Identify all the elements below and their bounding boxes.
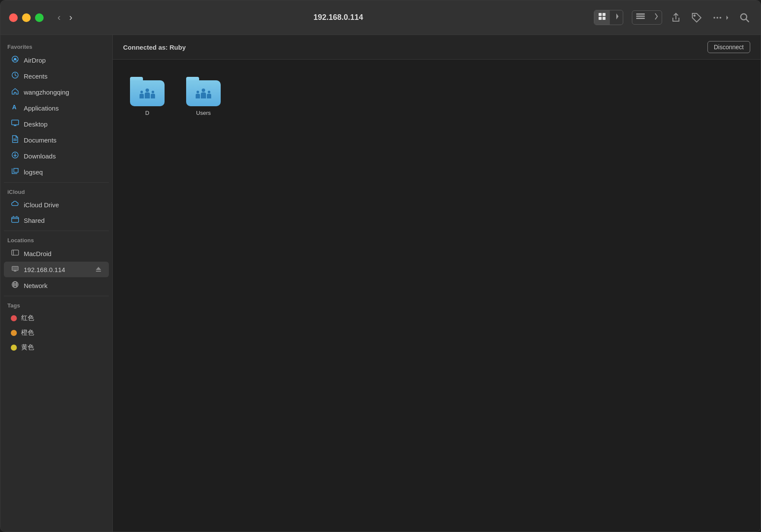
sidebar-item-tag-red[interactable]: 红色 [4, 311, 109, 325]
recents-label: Recents [24, 73, 48, 80]
titlebar: ‹ › 192.168.0.114 [0, 0, 761, 35]
icloud-icon [11, 200, 19, 209]
forward-button[interactable]: › [66, 10, 76, 25]
svg-rect-4 [636, 13, 645, 15]
window-title: 192.168.0.114 [83, 13, 594, 22]
maximize-button[interactable] [35, 13, 44, 22]
network-ip-label: 192.168.0.114 [24, 266, 65, 273]
recents-icon [11, 71, 19, 81]
yellow-tag-dot [11, 345, 17, 351]
folder-d-icon [130, 77, 165, 106]
tag-icon[interactable] [690, 11, 704, 25]
more-icon[interactable] [710, 11, 730, 25]
sidebar-item-network-ip[interactable]: 192.168.0.114 [4, 262, 109, 277]
finder-window: ‹ › 192.168.0.114 [0, 0, 761, 532]
chevron-view-button[interactable] [610, 11, 623, 24]
list-view-controls [632, 10, 662, 25]
icloud-header: iCloud [0, 185, 112, 197]
grid-view-button[interactable] [594, 10, 610, 25]
folder-users-group [140, 89, 155, 98]
locations-header: Locations [0, 234, 112, 245]
folder-users-group-2 [196, 89, 211, 98]
network-ip-icon [11, 265, 19, 274]
sidebar-item-tag-yellow[interactable]: 黄色 [4, 340, 109, 355]
red-tag-dot [11, 315, 17, 321]
applications-label: Applications [24, 104, 59, 112]
svg-rect-17 [12, 120, 19, 125]
downloads-icon [11, 151, 19, 161]
sidebar-item-documents[interactable]: Documents [4, 132, 109, 148]
macdroid-icon [11, 249, 19, 258]
downloads-label: Downloads [24, 152, 56, 160]
sidebar-item-logseq[interactable]: logseq [4, 164, 109, 180]
list-view-button[interactable] [632, 11, 649, 24]
documents-label: Documents [24, 136, 57, 144]
home-icon [11, 87, 19, 97]
yellow-tag-label: 黄色 [21, 343, 34, 352]
documents-icon [11, 135, 19, 145]
minimize-button[interactable] [22, 13, 31, 22]
orange-tag-dot [11, 330, 17, 336]
close-button[interactable] [9, 13, 18, 22]
search-icon[interactable] [737, 10, 752, 25]
list-chevron-button[interactable] [649, 11, 662, 24]
view-controls [594, 10, 623, 25]
icloud-drive-label: iCloud Drive [24, 201, 59, 209]
separator-2 [4, 231, 109, 231]
sidebar-item-network[interactable]: Network [4, 278, 109, 293]
macdroid-label: MacDroid [24, 250, 51, 257]
connection-text: Connected as: Ruby [123, 44, 186, 51]
sidebar-item-tag-orange[interactable]: 橙色 [4, 326, 109, 340]
folder-item-users[interactable]: Users [182, 73, 225, 120]
svg-line-12 [746, 19, 749, 22]
applications-icon: A [11, 103, 19, 113]
svg-rect-2 [599, 17, 602, 20]
disconnect-button[interactable]: Disconnect [707, 41, 750, 53]
main-content: Favorites AirDrop [0, 35, 761, 532]
svg-rect-6 [636, 18, 645, 19]
svg-point-11 [741, 14, 747, 20]
sidebar-item-macdroid[interactable]: MacDroid [4, 246, 109, 261]
network-icon [11, 281, 19, 290]
desktop-icon [11, 119, 19, 129]
red-tag-label: 红色 [21, 314, 34, 322]
network-label: Network [24, 282, 48, 289]
sidebar-item-desktop[interactable]: Desktop [4, 116, 109, 132]
svg-point-9 [717, 17, 718, 19]
window-controls [9, 13, 44, 22]
sidebar-item-downloads[interactable]: Downloads [4, 148, 109, 164]
connection-bar: Connected as: Ruby Disconnect [113, 35, 761, 60]
files-grid: D [113, 60, 761, 133]
favorites-header: Favorites [0, 40, 112, 52]
sidebar-item-applications[interactable]: A Applications [4, 100, 109, 116]
back-button[interactable]: ‹ [54, 10, 64, 25]
airdrop-icon [11, 55, 19, 65]
folder-item-d[interactable]: D [126, 73, 169, 120]
svg-rect-24 [12, 250, 19, 255]
svg-point-10 [720, 17, 721, 19]
nav-buttons: ‹ › [54, 10, 76, 25]
sidebar-item-icloud-drive[interactable]: iCloud Drive [4, 197, 109, 212]
sidebar-item-recents[interactable]: Recents [4, 68, 109, 84]
separator-3 [4, 296, 109, 296]
svg-point-7 [694, 15, 695, 16]
sidebar: Favorites AirDrop [0, 35, 113, 532]
sidebar-item-airdrop[interactable]: AirDrop [4, 52, 109, 68]
shared-icon [11, 215, 19, 225]
eject-button[interactable] [95, 266, 102, 274]
shared-label: Shared [24, 217, 44, 224]
toolbar-icons [594, 10, 752, 25]
sidebar-item-shared[interactable]: Shared [4, 212, 109, 228]
svg-rect-0 [599, 13, 602, 16]
airdrop-label: AirDrop [24, 57, 46, 64]
orange-tag-label: 橙色 [21, 329, 34, 337]
svg-rect-1 [602, 13, 606, 16]
svg-rect-5 [636, 16, 645, 17]
logseq-label: logseq [24, 168, 43, 176]
sidebar-item-home[interactable]: wangzhongqing [4, 84, 109, 100]
folder-d-label: D [145, 110, 149, 116]
svg-text:A: A [12, 104, 16, 111]
svg-rect-23 [12, 217, 19, 222]
share-icon[interactable] [669, 11, 683, 25]
desktop-label: Desktop [24, 120, 48, 128]
